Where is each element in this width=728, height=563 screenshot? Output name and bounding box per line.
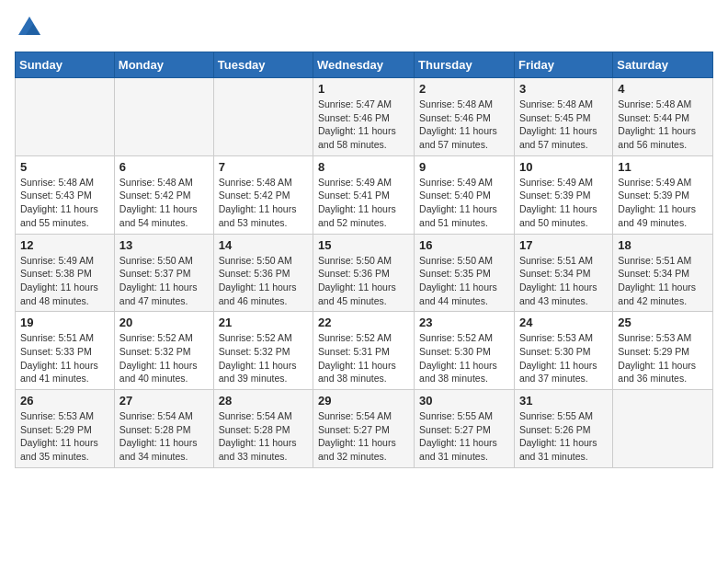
day-number: 19: [20, 316, 109, 329]
day-cell: 2Sunrise: 5:48 AM Sunset: 5:46 PM Daylig…: [415, 78, 515, 156]
day-number: 11: [618, 160, 708, 174]
day-number: 5: [20, 160, 109, 174]
day-cell: 9Sunrise: 5:49 AM Sunset: 5:40 PM Daylig…: [415, 155, 515, 234]
day-cell: 4Sunrise: 5:48 AM Sunset: 5:44 PM Daylig…: [613, 78, 713, 156]
weekday-header-saturday: Saturday: [613, 52, 713, 78]
week-row-1: 1Sunrise: 5:47 AM Sunset: 5:46 PM Daylig…: [16, 78, 713, 156]
day-number: 12: [20, 238, 109, 252]
day-number: 6: [119, 160, 209, 174]
day-info: Sunrise: 5:47 AM Sunset: 5:46 PM Dayligh…: [318, 98, 409, 152]
day-cell: [114, 78, 213, 156]
day-cell: 8Sunrise: 5:49 AM Sunset: 5:41 PM Daylig…: [313, 155, 415, 234]
day-cell: 20Sunrise: 5:52 AM Sunset: 5:32 PM Dayli…: [114, 312, 213, 390]
day-number: 27: [119, 394, 209, 408]
day-number: 14: [219, 238, 308, 252]
day-cell: 30Sunrise: 5:55 AM Sunset: 5:27 PM Dayli…: [415, 390, 515, 468]
day-number: 1: [318, 82, 409, 96]
day-info: Sunrise: 5:53 AM Sunset: 5:30 PM Dayligh…: [519, 331, 608, 385]
day-info: Sunrise: 5:49 AM Sunset: 5:39 PM Dayligh…: [618, 176, 708, 230]
day-number: 9: [419, 160, 509, 174]
day-cell: [213, 78, 313, 156]
day-number: 3: [519, 82, 608, 96]
day-cell: 14Sunrise: 5:50 AM Sunset: 5:36 PM Dayli…: [213, 234, 313, 312]
day-number: 8: [318, 160, 409, 174]
day-info: Sunrise: 5:51 AM Sunset: 5:34 PM Dayligh…: [618, 254, 708, 308]
day-info: Sunrise: 5:54 AM Sunset: 5:28 PM Dayligh…: [119, 409, 209, 464]
day-cell: 7Sunrise: 5:48 AM Sunset: 5:42 PM Daylig…: [213, 155, 313, 234]
day-info: Sunrise: 5:52 AM Sunset: 5:32 PM Dayligh…: [219, 331, 308, 385]
day-cell: 22Sunrise: 5:52 AM Sunset: 5:31 PM Dayli…: [313, 312, 415, 390]
day-cell: 11Sunrise: 5:49 AM Sunset: 5:39 PM Dayli…: [613, 155, 713, 234]
day-info: Sunrise: 5:49 AM Sunset: 5:40 PM Dayligh…: [419, 176, 509, 230]
weekday-header-friday: Friday: [514, 52, 612, 78]
page-header: [15, 15, 713, 40]
day-info: Sunrise: 5:54 AM Sunset: 5:27 PM Dayligh…: [318, 409, 409, 464]
day-info: Sunrise: 5:49 AM Sunset: 5:39 PM Dayligh…: [519, 176, 608, 230]
weekday-header-sunday: Sunday: [16, 52, 115, 78]
day-info: Sunrise: 5:53 AM Sunset: 5:29 PM Dayligh…: [618, 331, 708, 385]
day-number: 30: [419, 394, 509, 408]
day-cell: 3Sunrise: 5:48 AM Sunset: 5:45 PM Daylig…: [514, 78, 612, 156]
day-number: 22: [318, 316, 409, 329]
day-cell: 1Sunrise: 5:47 AM Sunset: 5:46 PM Daylig…: [313, 78, 415, 156]
day-cell: 15Sunrise: 5:50 AM Sunset: 5:36 PM Dayli…: [313, 234, 415, 312]
day-number: 2: [419, 82, 509, 96]
day-info: Sunrise: 5:48 AM Sunset: 5:42 PM Dayligh…: [219, 176, 308, 230]
day-cell: 29Sunrise: 5:54 AM Sunset: 5:27 PM Dayli…: [313, 390, 415, 468]
logo-icon: [17, 15, 42, 40]
week-row-3: 12Sunrise: 5:49 AM Sunset: 5:38 PM Dayli…: [16, 234, 713, 312]
day-cell: 17Sunrise: 5:51 AM Sunset: 5:34 PM Dayli…: [514, 234, 612, 312]
weekday-header-tuesday: Tuesday: [213, 52, 313, 78]
day-info: Sunrise: 5:51 AM Sunset: 5:33 PM Dayligh…: [20, 331, 109, 385]
day-cell: 16Sunrise: 5:50 AM Sunset: 5:35 PM Dayli…: [415, 234, 515, 312]
day-info: Sunrise: 5:55 AM Sunset: 5:27 PM Dayligh…: [419, 409, 509, 464]
week-row-2: 5Sunrise: 5:48 AM Sunset: 5:43 PM Daylig…: [16, 155, 713, 234]
calendar-table: SundayMondayTuesdayWednesdayThursdayFrid…: [15, 52, 713, 468]
day-number: 21: [219, 316, 308, 329]
weekday-header-thursday: Thursday: [415, 52, 515, 78]
day-number: 20: [119, 316, 209, 329]
day-number: 7: [219, 160, 308, 174]
day-number: 16: [419, 238, 509, 252]
day-info: Sunrise: 5:50 AM Sunset: 5:37 PM Dayligh…: [119, 254, 209, 308]
day-cell: 26Sunrise: 5:53 AM Sunset: 5:29 PM Dayli…: [16, 390, 115, 468]
day-number: 23: [419, 316, 509, 329]
day-cell: 18Sunrise: 5:51 AM Sunset: 5:34 PM Dayli…: [613, 234, 713, 312]
day-number: 15: [318, 238, 409, 252]
day-cell: 23Sunrise: 5:52 AM Sunset: 5:30 PM Dayli…: [415, 312, 515, 390]
day-cell: 13Sunrise: 5:50 AM Sunset: 5:37 PM Dayli…: [114, 234, 213, 312]
day-cell: 25Sunrise: 5:53 AM Sunset: 5:29 PM Dayli…: [613, 312, 713, 390]
day-number: 31: [519, 394, 608, 408]
logo: [15, 15, 42, 40]
day-cell: [16, 78, 115, 156]
day-info: Sunrise: 5:53 AM Sunset: 5:29 PM Dayligh…: [20, 409, 109, 464]
day-number: 18: [618, 238, 708, 252]
day-info: Sunrise: 5:48 AM Sunset: 5:42 PM Dayligh…: [119, 176, 209, 230]
day-info: Sunrise: 5:51 AM Sunset: 5:34 PM Dayligh…: [519, 254, 608, 308]
weekday-header-wednesday: Wednesday: [313, 52, 415, 78]
day-info: Sunrise: 5:52 AM Sunset: 5:31 PM Dayligh…: [318, 331, 409, 385]
week-row-5: 26Sunrise: 5:53 AM Sunset: 5:29 PM Dayli…: [16, 390, 713, 468]
day-cell: 21Sunrise: 5:52 AM Sunset: 5:32 PM Dayli…: [213, 312, 313, 390]
day-cell: 28Sunrise: 5:54 AM Sunset: 5:28 PM Dayli…: [213, 390, 313, 468]
day-info: Sunrise: 5:49 AM Sunset: 5:41 PM Dayligh…: [318, 176, 409, 230]
day-info: Sunrise: 5:52 AM Sunset: 5:32 PM Dayligh…: [119, 331, 209, 385]
day-number: 13: [119, 238, 209, 252]
day-number: 24: [519, 316, 608, 329]
day-info: Sunrise: 5:49 AM Sunset: 5:38 PM Dayligh…: [20, 254, 109, 308]
day-info: Sunrise: 5:50 AM Sunset: 5:36 PM Dayligh…: [219, 254, 308, 308]
day-number: 4: [618, 82, 708, 96]
day-info: Sunrise: 5:50 AM Sunset: 5:35 PM Dayligh…: [419, 254, 509, 308]
day-number: 10: [519, 160, 608, 174]
day-info: Sunrise: 5:48 AM Sunset: 5:43 PM Dayligh…: [20, 176, 109, 230]
day-cell: 12Sunrise: 5:49 AM Sunset: 5:38 PM Dayli…: [16, 234, 115, 312]
day-cell: 10Sunrise: 5:49 AM Sunset: 5:39 PM Dayli…: [514, 155, 612, 234]
day-number: 25: [618, 316, 708, 329]
day-cell: [613, 390, 713, 468]
day-number: 17: [519, 238, 608, 252]
day-number: 26: [20, 394, 109, 408]
weekday-header-monday: Monday: [114, 52, 213, 78]
day-cell: 24Sunrise: 5:53 AM Sunset: 5:30 PM Dayli…: [514, 312, 612, 390]
day-number: 28: [219, 394, 308, 408]
day-cell: 6Sunrise: 5:48 AM Sunset: 5:42 PM Daylig…: [114, 155, 213, 234]
